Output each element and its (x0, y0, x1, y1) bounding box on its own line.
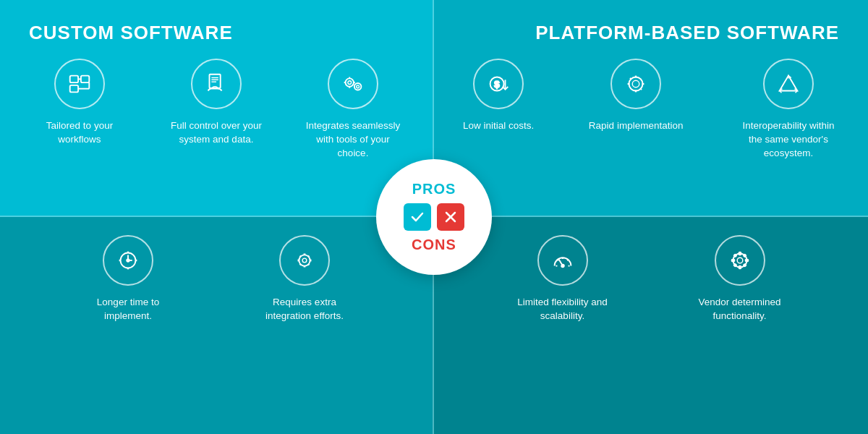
custom-pro-2: Full control over your system and data. (166, 59, 267, 147)
custom-pros-quadrant: CUSTOM SOFTWARE Tailored to your workflo… (0, 0, 434, 217)
main-container: CUSTOM SOFTWARE Tailored to your workflo… (0, 0, 868, 434)
platform-pro-2: Rapid implementation (589, 59, 684, 133)
svg-point-12 (354, 83, 362, 90)
custom-cons-grid: Longer time to implement. (29, 235, 404, 323)
triangle-recycle-icon (763, 59, 814, 109)
custom-pro-2-text: Full control over your system and data. (166, 119, 267, 147)
svg-rect-6 (210, 75, 221, 88)
svg-rect-2 (70, 85, 78, 93)
platform-con-1: Limited flexibility and scalability. (512, 235, 613, 323)
svg-point-22 (632, 80, 639, 88)
platform-cons-grid: Limited flexibility and scalability. (463, 235, 839, 323)
pros-label: PROS (412, 181, 456, 197)
layers-icon (54, 59, 105, 109)
custom-pros-grid: Tailored to your workflows Full control … (29, 59, 404, 161)
svg-rect-56 (739, 252, 741, 255)
custom-software-title: CUSTOM SOFTWARE (29, 22, 404, 44)
svg-rect-63 (733, 264, 736, 267)
svg-rect-62 (743, 254, 746, 257)
cons-label: CONS (412, 237, 456, 253)
svg-rect-58 (731, 260, 734, 262)
hand-book-icon (191, 59, 242, 109)
gear-bulb-icon (610, 59, 661, 109)
platform-software-title: PLATFORM-BASED SOFTWARE (463, 22, 839, 44)
platform-con-2-text: Vendor determined functionality. (689, 296, 791, 323)
svg-rect-0 (70, 76, 78, 83)
platform-pros-quadrant: PLATFORM-BASED SOFTWARE $ Low initial co… (434, 0, 868, 217)
svg-line-53 (567, 260, 568, 260)
svg-rect-61 (743, 264, 746, 267)
gear-clock-icon (103, 235, 153, 286)
svg-point-11 (348, 81, 352, 85)
svg-line-45 (300, 264, 302, 265)
platform-pro-3: Interoperability within the same vendor'… (738, 59, 839, 161)
svg-line-44 (308, 264, 310, 265)
svg-line-46 (308, 256, 310, 258)
check-icon (404, 203, 431, 231)
svg-point-55 (737, 258, 743, 263)
svg-point-38 (302, 258, 307, 263)
gear-settings-icon (279, 235, 330, 286)
svg-rect-57 (739, 266, 741, 269)
coins-down-icon: $ (473, 59, 524, 109)
platform-con-1-text: Limited flexibility and scalability. (512, 296, 613, 323)
gear-multi-icon (328, 59, 378, 109)
pros-cons-circle: PROS CONS (376, 159, 492, 275)
svg-rect-59 (745, 260, 748, 262)
platform-pro-2-text: Rapid implementation (589, 119, 684, 133)
custom-con-2: Requires extra integration efforts. (254, 235, 355, 323)
x-icon (437, 203, 464, 231)
svg-line-52 (557, 260, 558, 260)
svg-line-48 (558, 259, 563, 266)
custom-cons-quadrant: Longer time to implement. (0, 217, 434, 434)
custom-pro-1-text: Tailored to your workflows (29, 119, 130, 147)
custom-con-1-text: Longer time to implement. (77, 296, 179, 323)
platform-cons-quadrant: Limited flexibility and scalability. (434, 217, 868, 434)
platform-pro-1-text: Low initial costs. (463, 119, 534, 133)
pros-cons-icons-row (404, 203, 464, 231)
platform-pro-3-text: Interoperability within the same vendor'… (738, 119, 839, 161)
svg-line-27 (630, 78, 631, 80)
platform-pros-grid: $ Low initial costs. (463, 59, 839, 161)
custom-pro-3-text: Integrates seamlessly with tools of your… (302, 119, 404, 161)
svg-rect-1 (81, 76, 89, 83)
custom-pro-3: Integrates seamlessly with tools of your… (302, 59, 404, 161)
custom-pro-1: Tailored to your workflows (29, 59, 130, 147)
platform-con-2: Vendor determined functionality. (689, 235, 791, 323)
gauge-icon (537, 235, 588, 286)
custom-con-1: Longer time to implement. (77, 235, 179, 323)
svg-point-10 (346, 78, 354, 86)
custom-con-2-text: Requires extra integration efforts. (254, 296, 355, 323)
svg-line-28 (640, 88, 642, 90)
svg-line-43 (300, 256, 302, 258)
svg-point-13 (357, 85, 359, 88)
svg-rect-60 (733, 254, 736, 257)
svg-text:$: $ (494, 79, 500, 90)
gear-lock-icon (715, 235, 765, 286)
platform-pro-1: $ Low initial costs. (463, 59, 534, 133)
